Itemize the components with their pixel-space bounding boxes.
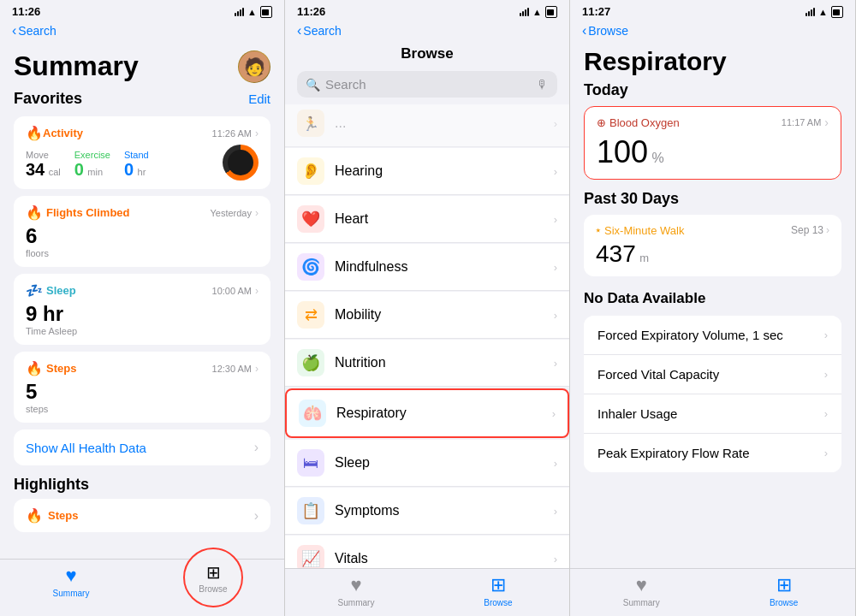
show-all-button[interactable]: Show All Health Data › [14, 429, 270, 465]
heart-icon-wrapper: ❤️ [297, 205, 324, 233]
tab-summary-2[interactable]: ♥ Summary [285, 574, 427, 607]
search-input[interactable]: Search [325, 77, 532, 92]
list-item-nutrition[interactable]: 🍏 Nutrition › [285, 340, 569, 387]
walk-title: ⭑ Six-Minute Walk [596, 223, 684, 237]
exercise-unit: min [87, 167, 103, 177]
list-item-hearing[interactable]: 👂 Hearing › [285, 148, 569, 195]
vitals-icon: 📈 [301, 549, 320, 568]
highlight-item: Steps [48, 509, 78, 522]
avatar[interactable]: 🧑 [238, 50, 270, 83]
tab-bar-1: ♥ Summary ⊞ Browse [0, 559, 284, 616]
back-button-1[interactable]: ‹ Search [12, 23, 272, 38]
blood-oxygen-dot: ⊕ [597, 116, 606, 129]
page-title-respiratory: Respiratory [570, 44, 855, 78]
flights-title: Flights Climbed [46, 206, 130, 219]
sleep-icon: 💤 [26, 282, 43, 299]
forced-vital-label: Forced Vital Capacity [597, 367, 719, 382]
list-item-mindfulness[interactable]: 🌀 Mindfulness › [285, 244, 569, 291]
data-row-inhaler[interactable]: Inhaler Usage › [584, 394, 841, 434]
list-item-mobility[interactable]: ⇄ Mobility › [285, 292, 569, 339]
highlight-icon: 🔥 [26, 507, 43, 524]
list-item-symptoms[interactable]: 📋 Symptoms › [285, 488, 569, 535]
back-button-2[interactable]: ‹ Search [297, 23, 557, 38]
sleep-card[interactable]: 💤 Sleep 10:00 AM › 9 hr Time Asleep [14, 274, 270, 345]
summary-tab-icon: ♥ [65, 565, 76, 587]
nav-bar-3: ‹ Browse [570, 21, 855, 44]
inhaler-label: Inhaler Usage [597, 406, 677, 421]
list-item-respiratory[interactable]: 🫁 Respiratory › [285, 388, 569, 438]
activity-title: Activity [43, 127, 83, 139]
walk-value: 437 [596, 240, 636, 267]
page-title-summary: Summary [14, 50, 139, 82]
steps-time: 12:30 AM [212, 364, 252, 374]
blood-oxygen-value: 100 [597, 134, 648, 169]
edit-button[interactable]: Edit [248, 92, 270, 106]
tab-bar-2: ♥ Summary ⊞ Browse [285, 568, 569, 616]
status-bar-1: 11:26 ▲ [0, 0, 284, 21]
tab-browse-1[interactable]: ⊞ Browse [142, 565, 284, 607]
highlight-card[interactable]: 🔥 Steps › [14, 499, 270, 532]
peak-chevron: › [824, 447, 828, 459]
browse-circle[interactable]: ⊞ Browse [183, 548, 243, 607]
back-chevron-3: ‹ [582, 23, 586, 38]
data-row-forced-expiratory[interactable]: Forced Expiratory Volume, 1 sec › [584, 316, 841, 355]
blood-oxygen-card[interactable]: ⊕ Blood Oxygen 11:17 AM › 100 % [584, 106, 841, 180]
search-bar[interactable]: 🔍 Search 🎙 [297, 71, 557, 98]
symptoms-icon: 📋 [301, 501, 320, 520]
browse-panel: 11:26 ▲ ‹ Search Browse 🔍 Search 🎙 [285, 0, 570, 616]
summary-tab-icon-3: ♥ [636, 574, 647, 596]
ring-inner [228, 150, 253, 175]
no-data-label: No Data Available [570, 283, 855, 311]
nutrition-icon-wrapper: 🍏 [297, 349, 324, 376]
nutrition-icon: 🍏 [301, 353, 320, 372]
hearing-icon-wrapper: 👂 [297, 157, 324, 185]
mobility-label: Mobility [335, 307, 544, 323]
stand-unit: hr [138, 167, 146, 177]
back-chevron-2: ‹ [297, 23, 301, 38]
mindfulness-icon-wrapper: 🌀 [297, 253, 324, 281]
tab-browse-2[interactable]: ⊞ Browse [427, 574, 569, 607]
heart-label: Heart [335, 211, 544, 227]
mindfulness-chevron: › [554, 261, 557, 274]
signal-icon [235, 8, 244, 16]
flights-card[interactable]: 🔥 Flights Climbed Yesterday › 6 floors [14, 196, 270, 267]
heart-icon: ❤️ [301, 210, 320, 228]
back-button-3[interactable]: ‹ Browse [582, 23, 843, 38]
respiratory-icon-wrapper: 🫁 [299, 400, 326, 427]
today-label: Today [570, 78, 855, 104]
browse-tab-icon: ⊞ [206, 562, 221, 583]
nav-bar-2: ‹ Search [285, 21, 569, 44]
hearing-label: Hearing [335, 163, 544, 179]
highlights-section: Highlights 🔥 Steps › [0, 469, 284, 536]
tab-summary-1[interactable]: ♥ Summary [0, 565, 142, 607]
tab-bar-3: ♥ Summary ⊞ Browse [570, 568, 855, 616]
steps-card[interactable]: 🔥 Steps 12:30 AM › 5 steps [14, 352, 270, 423]
flights-time: Yesterday [210, 208, 252, 218]
tab-browse-3[interactable]: ⊞ Browse [713, 574, 856, 607]
move-unit: cal [49, 167, 61, 177]
signal-icon-3 [805, 8, 815, 16]
blood-oxygen-time: 11:17 AM [782, 117, 821, 127]
signal-icon-2 [520, 8, 529, 16]
data-rows-group: Forced Expiratory Volume, 1 sec › Forced… [584, 316, 841, 472]
exercise-label: Exercise [74, 150, 110, 160]
tab-summary-3[interactable]: ♥ Summary [570, 574, 713, 607]
activity-card[interactable]: 🔥 Activity 11:26 AM › Move 34 cal Exerci… [14, 116, 270, 189]
status-icons-3: ▲ [805, 6, 843, 18]
data-row-forced-vital[interactable]: Forced Vital Capacity › [584, 355, 841, 394]
data-row-peak[interactable]: Peak Expiratory Flow Rate › [584, 434, 841, 472]
steps-title: Steps [46, 362, 76, 375]
walk-card[interactable]: ⭑ Six-Minute Walk Sep 13 › 437 m [584, 215, 841, 276]
summary-tab-label-3: Summary [623, 598, 660, 607]
partial-category-item[interactable]: 🏃 ... › [285, 104, 569, 147]
microphone-icon[interactable]: 🎙 [537, 78, 549, 92]
mindfulness-label: Mindfulness [335, 259, 544, 275]
respiratory-panel: 11:27 ▲ ‹ Browse Respiratory Today ⊕ [570, 0, 856, 616]
forced-vital-chevron: › [824, 368, 828, 381]
list-item-sleep[interactable]: 🛏 Sleep › [285, 440, 569, 487]
steps-unit: steps [26, 404, 259, 414]
flights-chevron: › [255, 207, 259, 219]
favorites-header: Favorites Edit [0, 86, 284, 113]
list-item-vitals[interactable]: 📈 Vitals › [285, 536, 569, 568]
list-item-heart[interactable]: ❤️ Heart › [285, 196, 569, 243]
